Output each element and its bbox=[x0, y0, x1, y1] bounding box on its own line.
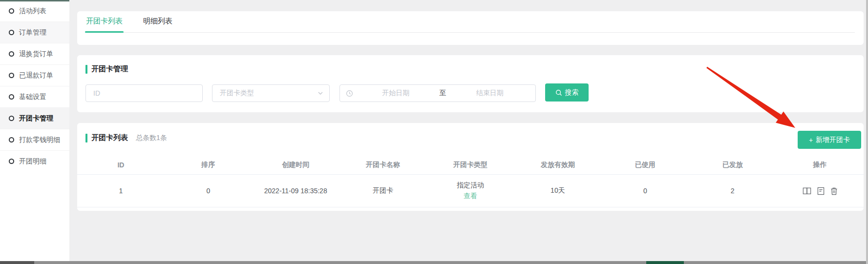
search-button-label: 搜索 bbox=[565, 88, 579, 97]
circle-icon bbox=[9, 51, 14, 57]
col-header-actions: 操作 bbox=[776, 161, 864, 169]
sidebar-item-label: 已退款订单 bbox=[19, 71, 53, 80]
sidebar-item-label: 打款零钱明细 bbox=[19, 136, 60, 144]
add-group-card-button[interactable]: + 新增开团卡 bbox=[798, 131, 861, 149]
sidebar-item-label: 订单管理 bbox=[19, 28, 46, 37]
list-section-title: 开团卡列表 总条数1条 bbox=[85, 133, 167, 142]
tab-bar: 开团卡列表 明细列表 bbox=[86, 11, 855, 33]
plus-icon: + bbox=[809, 136, 813, 144]
filter-card: 开团卡管理 开团卡类型 开始日期 至 结束日期 搜索 bbox=[77, 55, 864, 112]
sidebar-item-label: 退换货订单 bbox=[19, 50, 53, 59]
trash-icon[interactable] bbox=[830, 187, 838, 195]
sidebar-item-group-detail[interactable]: 开团明细 bbox=[0, 150, 69, 172]
date-range-separator: 至 bbox=[436, 89, 450, 98]
window-edge-artifact bbox=[0, 0, 69, 1]
filter-title: 开团卡管理 bbox=[91, 64, 128, 74]
circle-icon bbox=[9, 116, 14, 121]
search-button[interactable]: 搜索 bbox=[545, 83, 589, 102]
document-icon[interactable] bbox=[817, 187, 825, 195]
table-row: 1 0 2022-11-09 18:35:28 开团卡 指定活动 查看 10天 … bbox=[77, 174, 864, 207]
cell-name: 开团卡 bbox=[339, 186, 427, 195]
filter-section-title: 开团卡管理 bbox=[85, 64, 128, 74]
col-header-sort: 排序 bbox=[165, 161, 252, 169]
sidebar: 活动列表 订单管理 退换货订单 已退款订单 基础设置 开团卡管理 打款零钱明细 … bbox=[0, 0, 69, 261]
id-field-wrap bbox=[85, 84, 203, 102]
book-icon[interactable] bbox=[803, 187, 811, 195]
chevron-down-icon bbox=[318, 90, 323, 96]
clock-icon bbox=[346, 90, 353, 97]
date-range-picker[interactable]: 开始日期 至 结束日期 bbox=[339, 84, 536, 102]
col-header-name: 开团卡名称 bbox=[339, 161, 427, 169]
tab-detail-list[interactable]: 明细列表 bbox=[143, 11, 172, 32]
sidebar-item-refunded-orders[interactable]: 已退款订单 bbox=[0, 64, 69, 86]
view-link[interactable]: 查看 bbox=[464, 192, 477, 201]
cell-sort: 0 bbox=[165, 187, 252, 195]
circle-icon bbox=[9, 137, 14, 142]
scrollbar-track[interactable] bbox=[866, 0, 868, 264]
sidebar-item-group-card-management[interactable]: 开团卡管理 bbox=[0, 107, 69, 129]
green-bar-icon bbox=[85, 65, 87, 74]
col-header-created: 创建时间 bbox=[252, 161, 339, 169]
total-count-text: 总条数1条 bbox=[136, 134, 167, 142]
sidebar-item-return-orders[interactable]: 退换货订单 bbox=[0, 43, 69, 64]
sidebar-item-order-management[interactable]: 订单管理 bbox=[0, 21, 69, 43]
list-title: 开团卡列表 bbox=[91, 133, 128, 142]
list-card: 开团卡列表 总条数1条 + 新增开团卡 ID 排序 创建时间 开团卡名称 开团卡… bbox=[77, 123, 864, 211]
cell-actions bbox=[776, 187, 864, 195]
col-header-id: ID bbox=[77, 161, 165, 169]
card-type-select[interactable]: 开团卡类型 bbox=[212, 84, 330, 102]
bottom-green-fragment bbox=[646, 261, 684, 264]
sidebar-item-activity-list[interactable]: 活动列表 bbox=[0, 0, 69, 21]
table-header-row: ID 排序 创建时间 开团卡名称 开团卡类型 发放有效期 已使用 已发放 操作 bbox=[77, 155, 864, 174]
tab-label: 明细列表 bbox=[143, 17, 172, 26]
end-date-input[interactable]: 结束日期 bbox=[450, 89, 530, 98]
col-header-type: 开团卡类型 bbox=[427, 161, 514, 169]
col-header-validity: 发放有效期 bbox=[514, 161, 601, 169]
bottom-window-edge bbox=[0, 261, 868, 264]
sidebar-item-label: 开团明细 bbox=[19, 157, 46, 166]
id-input[interactable] bbox=[93, 89, 195, 97]
col-header-issued: 已发放 bbox=[689, 161, 776, 169]
card-type-placeholder: 开团卡类型 bbox=[220, 89, 254, 98]
circle-icon bbox=[9, 94, 14, 100]
tab-label: 开团卡列表 bbox=[86, 17, 123, 26]
sidebar-item-label: 活动列表 bbox=[19, 7, 46, 16]
cell-type-text: 指定活动 bbox=[457, 181, 484, 189]
sidebar-item-label: 开团卡管理 bbox=[19, 114, 53, 123]
green-bar-icon bbox=[85, 134, 87, 142]
cell-issued: 2 bbox=[689, 187, 776, 195]
tab-group-card-list[interactable]: 开团卡列表 bbox=[86, 11, 123, 32]
col-header-used: 已使用 bbox=[601, 161, 689, 169]
cell-type: 指定活动 查看 bbox=[427, 181, 514, 201]
cell-validity: 10天 bbox=[514, 186, 601, 195]
circle-icon bbox=[9, 73, 14, 78]
sidebar-item-payment-detail[interactable]: 打款零钱明细 bbox=[0, 129, 69, 150]
cell-id: 1 bbox=[77, 187, 165, 195]
start-date-input[interactable]: 开始日期 bbox=[356, 89, 436, 98]
circle-icon bbox=[9, 30, 14, 35]
sidebar-item-basic-settings[interactable]: 基础设置 bbox=[0, 86, 69, 107]
tabs-card: 开团卡列表 明细列表 bbox=[77, 11, 864, 45]
add-button-label: 新增开团卡 bbox=[816, 136, 850, 144]
sidebar-item-label: 基础设置 bbox=[19, 93, 46, 102]
circle-icon bbox=[9, 8, 14, 14]
search-icon bbox=[555, 89, 562, 96]
circle-icon bbox=[9, 159, 14, 164]
cell-used: 0 bbox=[601, 187, 689, 195]
bottom-dark-fragment bbox=[0, 261, 34, 264]
cell-created: 2022-11-09 18:35:28 bbox=[252, 187, 339, 195]
